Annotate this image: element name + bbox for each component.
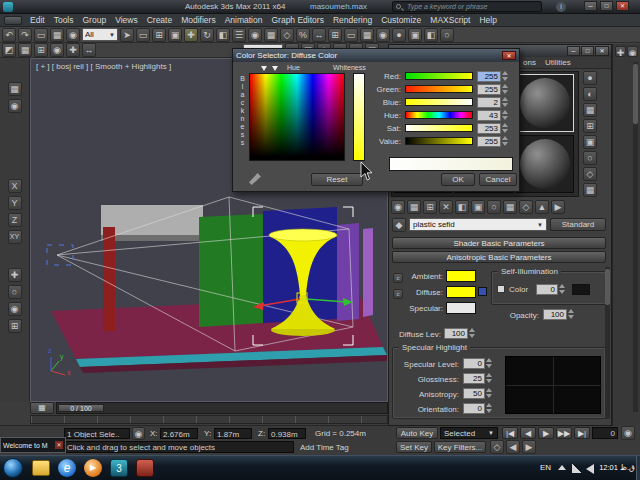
reset-button[interactable]: Reset [311, 173, 363, 186]
menu-graph-editors[interactable]: Graph Editors [271, 15, 323, 25]
angle-snap-icon[interactable]: ◇ [280, 28, 294, 42]
populate-icon[interactable]: ✚ [66, 43, 80, 57]
show-end-result-icon[interactable]: ◇ [519, 200, 533, 214]
close-icon[interactable]: ✕ [502, 51, 516, 60]
sample-slot-active[interactable] [516, 74, 574, 132]
selection-paint-icon[interactable]: ⊞ [34, 43, 48, 57]
time-config-icon[interactable]: ◉ [621, 426, 635, 440]
pick-material-eyedropper-icon[interactable]: ◆ [392, 218, 406, 232]
whiteness-strip[interactable] [353, 73, 365, 161]
go-forward-icon[interactable]: ▶ [551, 200, 565, 214]
put-to-scene-icon[interactable]: ▦ [407, 200, 421, 214]
snap-toggle-icon[interactable]: ▦ [264, 28, 278, 42]
opacity-spinner[interactable] [568, 309, 575, 319]
axis-constraint-z-button[interactable]: Z [8, 213, 22, 227]
current-frame-field[interactable]: 0 [592, 427, 618, 439]
zoom-icon[interactable]: ○ [8, 285, 22, 299]
material-name-dropdown[interactable]: plastic sefid ▼ [409, 218, 547, 231]
tiling-icon[interactable]: ⊞ [583, 119, 597, 133]
material-id-icon[interactable]: ○ [487, 200, 501, 214]
redo-icon[interactable]: ↷ [18, 28, 32, 42]
selected-dropdown[interactable]: Selected ▼ [440, 427, 498, 439]
crossing-window-icon[interactable]: ▣ [168, 28, 182, 42]
blue-value-field[interactable]: 2 [477, 97, 501, 108]
timeline-track[interactable]: 0 / 100 [56, 402, 388, 414]
ok-button[interactable]: OK [441, 173, 475, 186]
self-illum-spinner[interactable] [559, 284, 566, 294]
use-pivot-icon[interactable]: ◉ [248, 28, 262, 42]
red-slider-bar[interactable] [405, 72, 473, 80]
timeline-slider-handle[interactable]: 0 / 100 [58, 404, 104, 412]
align-icon[interactable]: ⊞ [328, 28, 342, 42]
close-icon[interactable]: ✕ [55, 441, 63, 449]
show-desktop-button[interactable] [636, 456, 640, 480]
graphite-tools-icon[interactable]: ◩ [2, 43, 16, 57]
selection-lock-icon[interactable]: ◉ [132, 427, 145, 440]
opacity-field[interactable]: 100 [543, 309, 567, 320]
make-unique-icon[interactable]: ◧ [455, 200, 469, 214]
ref-coord-icon[interactable]: ☰ [232, 28, 246, 42]
diffuse-map-button[interactable] [478, 287, 487, 296]
background-icon[interactable]: ▦ [583, 103, 597, 117]
mirror-icon[interactable]: ↔ [312, 28, 326, 42]
green-spinner[interactable] [502, 84, 509, 94]
select-and-move-icon[interactable]: ✚ [184, 28, 198, 42]
specular-color-swatch[interactable] [446, 302, 476, 314]
workspace-icon[interactable] [4, 16, 22, 25]
maximize-icon[interactable]: □ [581, 46, 594, 56]
modify-tab-icon[interactable]: ◉ [627, 46, 638, 57]
rollout-shader-basic[interactable]: Shader Basic Parameters [392, 237, 606, 249]
set-key-button[interactable]: Set Key [396, 441, 432, 453]
blue-spinner[interactable] [502, 97, 509, 107]
measure-icon[interactable]: ↔ [82, 43, 96, 57]
tray-show-hidden-icon[interactable] [558, 465, 566, 470]
color-checkbox[interactable] [497, 285, 505, 293]
play-button[interactable]: ▶ [538, 427, 554, 439]
add-time-tag[interactable]: Add Time Tag [300, 443, 349, 452]
track-bar-ruler[interactable] [30, 415, 388, 424]
glossiness-field[interactable]: 25 [463, 373, 485, 384]
selection-filter-dropdown[interactable]: All ▼ [82, 28, 118, 41]
menu-views[interactable]: Views [115, 15, 138, 25]
close-icon[interactable]: ✕ [595, 46, 609, 56]
red-spinner[interactable] [502, 71, 509, 81]
ambient-diffuse-lock-icon[interactable]: c [393, 273, 403, 283]
viewport-label[interactable]: [ + ] [ bosj reil ] [ Smooth + Highlight… [36, 62, 171, 71]
blue-slider-bar[interactable] [405, 98, 473, 106]
percent-snap-icon[interactable]: % [296, 28, 310, 42]
anisotropy-field[interactable]: 50 [463, 388, 485, 399]
tray-clock[interactable]: 12:01 ق.ظ [598, 463, 636, 472]
menu-options-partial[interactable]: ons [523, 58, 536, 67]
prev-key-icon[interactable]: ◀ [506, 440, 520, 454]
bind-spacewarp-icon[interactable]: ◉ [66, 28, 80, 42]
pan-hand-icon[interactable]: ✚ [8, 268, 22, 282]
z-coord-field[interactable]: 0.938m [268, 428, 306, 439]
orientation-field[interactable]: 0 [463, 403, 485, 414]
material-map-navigator-icon[interactable]: ▦ [583, 183, 597, 197]
green-slider-bar[interactable] [405, 85, 473, 93]
taskbar-folder-icon[interactable] [32, 460, 50, 476]
select-and-rotate-icon[interactable]: ↻ [200, 28, 214, 42]
diffuse-lev-field[interactable]: 100 [444, 328, 468, 339]
y-coord-field[interactable]: 1.87m [214, 428, 252, 439]
menu-tools[interactable]: Tools [54, 15, 74, 25]
axis-constraint-xy-button[interactable]: XY [8, 230, 22, 244]
go-to-end-button[interactable]: ▶| [574, 427, 590, 439]
welcome-window[interactable]: Welcome to M ✕ [0, 437, 66, 453]
next-frame-button[interactable]: ▶▶ [556, 427, 572, 439]
minimize-button[interactable]: ─ [584, 1, 597, 11]
assign-to-selection-icon[interactable]: ⊞ [423, 200, 437, 214]
unlink-icon[interactable]: ▦ [50, 28, 64, 42]
specular-level-field[interactable]: 0 [463, 358, 485, 369]
maximize-button[interactable]: □ [600, 1, 613, 11]
current-color-bar[interactable] [389, 157, 513, 171]
menu-utilities[interactable]: Utilities [545, 58, 571, 67]
select-link-icon[interactable]: ▭ [34, 28, 48, 42]
render-frame-icon[interactable]: ◧ [424, 28, 438, 42]
go-to-parent-icon[interactable]: ▲ [535, 200, 549, 214]
sat-slider-bar[interactable] [405, 124, 473, 132]
timeline-mode-button[interactable]: ▦ [30, 402, 54, 414]
self-illum-swatch[interactable] [572, 284, 590, 295]
menu-create[interactable]: Create [147, 15, 173, 25]
menu-customize[interactable]: Customize [381, 15, 421, 25]
